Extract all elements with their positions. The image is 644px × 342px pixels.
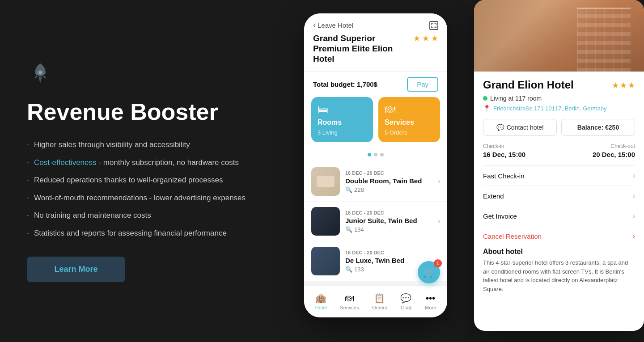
services-tab[interactable]: 🍽 Services 5 Orders	[378, 97, 440, 142]
chevron-right-icon: ›	[633, 212, 635, 220]
nav-hotel[interactable]: 🏨 Hotel	[315, 293, 327, 310]
booking-info-1: 16 DEC - 20 DEC Double Room, Twin Bed 🔍 …	[345, 170, 432, 193]
status-dot	[483, 96, 487, 101]
checkin-block: Check-in 16 Dec, 15:00	[483, 143, 525, 158]
booking-info-2: 16 DEC - 20 DEC Junior Suite, Twin Bed 🔍…	[345, 210, 432, 233]
chevron-right-danger-icon: ›	[633, 232, 635, 240]
hotel-status-row: Living at 117 room	[483, 95, 635, 102]
list-chevron-icon: ›	[438, 177, 440, 186]
chat-nav-icon: 💬	[400, 293, 411, 304]
phone-mock: ‹ Leave Hotel Grand Superior Premium Eli…	[304, 13, 447, 317]
list-chevron-icon: ›	[438, 217, 440, 225]
features-list: Higher sales through visibility and acce…	[27, 139, 250, 239]
feature-item-1: Higher sales through visibility and acce…	[27, 139, 250, 151]
back-chevron-icon: ‹	[313, 21, 316, 30]
location-icon: 📍	[483, 105, 491, 112]
nav-more[interactable]: ••• More	[425, 293, 436, 310]
feature-item-2: Cost-effectiveness - monthly subscriptio…	[27, 157, 250, 169]
magnifier-icon: 🔍	[345, 266, 352, 273]
phone-header: ‹ Leave Hotel Grand Superior Premium Eli…	[304, 13, 447, 72]
hotel-nav-icon: 🏨	[315, 293, 326, 304]
page-title: Revenue Booster	[27, 99, 250, 125]
booking-thumb-3	[311, 247, 340, 275]
tabs-row: 🛏 Rooms 3 Living 🍽 Services 5 Orders	[304, 97, 447, 149]
dot-2	[374, 153, 377, 156]
budget-row: Total budget: 1,700$ Pay	[304, 72, 447, 97]
hotel-address: Friedrichstraße 171 10117, Berlin, Germa…	[493, 105, 607, 112]
booking-item-2[interactable]: 16 DEC - 20 DEC Junior Suite, Twin Bed 🔍…	[304, 202, 447, 241]
nav-orders[interactable]: 📋 Orders	[372, 293, 387, 310]
feature-item-3: Reduced operations thanks to well-organi…	[27, 174, 250, 186]
rooms-tab[interactable]: 🛏 Rooms 3 Living	[311, 97, 373, 142]
carousel-dots	[304, 149, 447, 162]
fast-checkin-menu-item[interactable]: Fast Check-in ›	[483, 165, 635, 186]
hotel-name: Grand Superior Premium Elite Elion Hotel	[313, 34, 413, 64]
left-panel: Revenue Booster Higher sales through vis…	[0, 33, 277, 309]
cart-fab[interactable]: 🛒 1	[418, 261, 440, 283]
pay-button[interactable]: Pay	[407, 77, 438, 92]
chevron-right-icon: ›	[633, 172, 635, 180]
feature-item-4: Word-of-mouth recommendations - lower ad…	[27, 192, 250, 204]
hotel-status-text: Living at 117 room	[490, 95, 542, 102]
dot-1	[368, 153, 371, 156]
magnifier-icon: 🔍	[345, 186, 352, 193]
chevron-right-icon: ›	[633, 192, 635, 200]
balance-button[interactable]: Balance: €250	[561, 119, 635, 136]
back-button[interactable]: ‹ Leave Hotel	[313, 21, 353, 30]
phone-stars: ★ ★ ★	[413, 34, 438, 43]
right-panel: Grand Elion Hotel ★ ★ ★ Living at 117 ro…	[277, 0, 644, 342]
checkout-block: Check-out 20 Dec, 15:00	[593, 143, 635, 158]
magnifier-icon: 🔍	[345, 226, 352, 233]
hotel-hero-image	[474, 0, 644, 72]
hotel-detail-panel: Grand Elion Hotel ★ ★ ★ Living at 117 ro…	[474, 0, 644, 331]
extend-menu-item[interactable]: Extend ›	[483, 186, 635, 206]
more-nav-icon: •••	[426, 293, 435, 304]
cancel-reservation-menu-item[interactable]: Cancel Reservation ›	[483, 226, 635, 246]
chat-icon: 💬	[496, 124, 504, 131]
detail-stars: ★ ★ ★	[612, 80, 635, 90]
phone-nav: 🏨 Hotel 🍽 Services 📋 Orders 💬 Chat ••• M…	[304, 285, 447, 317]
orders-nav-icon: 📋	[374, 293, 385, 304]
nav-services[interactable]: 🍽 Services	[340, 293, 359, 310]
learn-more-button[interactable]: Learn More	[27, 257, 125, 282]
expand-icon[interactable]	[429, 21, 438, 30]
action-buttons-row: 💬 Contact hotel Balance: €250	[483, 119, 635, 136]
cart-badge: 1	[434, 259, 442, 267]
booking-thumb-1	[311, 167, 340, 196]
nav-chat[interactable]: 💬 Chat	[400, 293, 411, 310]
about-section: About hotel This 4-star-superior hotel o…	[483, 248, 635, 293]
feature-item-6: Statistics and reports for assessing fin…	[27, 228, 250, 239]
booking-thumb-2	[311, 207, 340, 236]
booking-item-1[interactable]: 16 DEC - 20 DEC Double Room, Twin Bed 🔍 …	[304, 162, 447, 201]
services-nav-icon: 🍽	[345, 293, 354, 304]
checkin-checkout-row: Check-in 16 Dec, 15:00 Check-out 20 Dec,…	[483, 143, 635, 158]
services-icon: 🍽	[385, 103, 434, 116]
hotel-detail-name: Grand Elion Hotel	[483, 79, 574, 91]
cart-icon: 🛒	[423, 266, 435, 278]
svg-point-1	[38, 71, 42, 74]
feature-item-5: No training and maintenance costs	[27, 210, 250, 221]
rocket-icon	[27, 60, 250, 89]
bed-icon: 🛏	[318, 103, 367, 116]
dot-3	[380, 153, 384, 156]
hotel-address-row: 📍 Friedrichstraße 171 10117, Berlin, Ger…	[483, 105, 635, 112]
contact-hotel-button[interactable]: 💬 Contact hotel	[483, 119, 557, 136]
invoice-menu-item[interactable]: Get Invoice ›	[483, 206, 635, 226]
